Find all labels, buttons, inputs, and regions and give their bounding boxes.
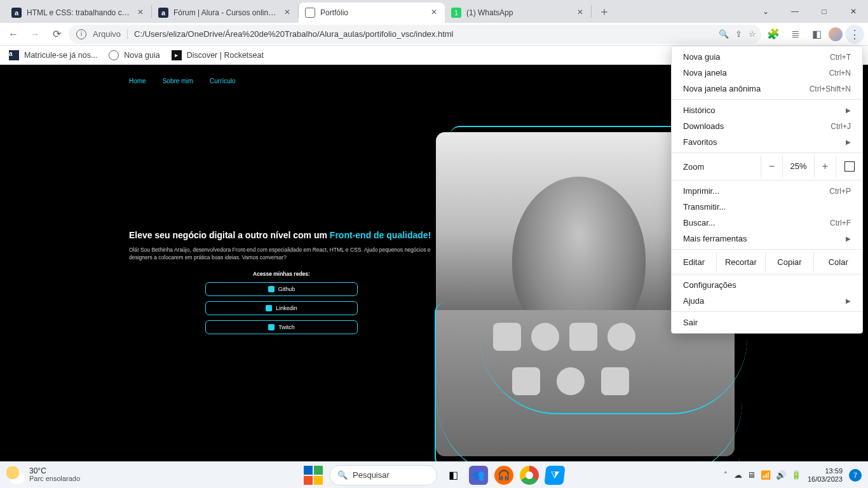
alura-icon: a (11, 8, 22, 18)
bookmark-label: Nova guia (124, 51, 159, 60)
hero-prefix: Eleve seu negócio digital a outro nível … (129, 230, 330, 240)
menu-find[interactable]: Buscar...Ctrl+F (672, 215, 862, 231)
chrome-menu-button[interactable]: ⋮ (845, 25, 864, 44)
notification-badge[interactable]: 7 (849, 469, 862, 482)
menu-cut[interactable]: Recortar (716, 252, 765, 271)
menu-label: Sair (683, 318, 698, 327)
github-icon (268, 286, 275, 292)
link-linkedin[interactable]: Linkedin (205, 301, 358, 315)
battery-icon[interactable]: 🖥 (747, 470, 756, 480)
taskbar-search[interactable]: 🔍 Pesquisar (329, 465, 437, 485)
tab-3-active[interactable]: Portfólio ✕ (299, 3, 445, 23)
bookmark-rocketseat[interactable]: ▸ Discover | Rocketseat (172, 50, 264, 60)
zoom-in-button[interactable]: + (814, 156, 836, 177)
menu-help[interactable]: Ajuda▶ (672, 293, 862, 309)
wifi-icon[interactable]: 📶 (761, 470, 771, 480)
new-tab-button[interactable]: ＋ (595, 3, 613, 20)
task-view-icon[interactable]: ◧ (444, 466, 463, 485)
menu-label: Favoritos (683, 137, 717, 147)
chevron-down-icon[interactable]: ⌄ (751, 0, 780, 23)
search-placeholder: Pesquisar (353, 470, 390, 480)
bookmark-star-icon[interactable]: ☆ (749, 29, 756, 39)
bookmark-nova-guia[interactable]: Nova guia (109, 50, 159, 60)
taskbar-clock[interactable]: 13:59 16/03/2023 (808, 467, 843, 482)
onedrive-icon[interactable]: ☁ (734, 470, 742, 480)
bookmark-matricule[interactable]: a Matricule-se já nos... (9, 50, 97, 60)
tab-2[interactable]: a Fórum | Alura - Cursos online de ✕ (152, 3, 298, 23)
twitch-icon (268, 324, 275, 330)
close-window-button[interactable]: ✕ (839, 0, 868, 23)
link-label: Twitch (278, 324, 295, 330)
close-icon[interactable]: ✕ (283, 8, 292, 17)
teams-icon[interactable]: 👥 (469, 466, 488, 485)
tray-chevron-icon[interactable]: ˄ (724, 471, 728, 479)
profile-avatar[interactable] (829, 27, 843, 41)
nav-cv[interactable]: Currículo (210, 78, 236, 85)
link-twitch[interactable]: Twitch (205, 320, 358, 334)
forward-button[interactable]: → (25, 25, 44, 44)
menu-label: Editar (672, 252, 716, 271)
reading-list-icon[interactable]: ≣ (785, 25, 804, 44)
menu-new-tab[interactable]: Nova guiaCtrl+T (672, 49, 862, 65)
nav-home[interactable]: Home (129, 78, 146, 85)
vscode-icon[interactable]: ⧩ (544, 466, 565, 485)
hero-title: Eleve seu negócio digital a outro nível … (129, 230, 434, 240)
menu-label: Downloads (683, 121, 724, 131)
rocketseat-icon: ▸ (172, 50, 182, 60)
tab-4[interactable]: 1 (1) WhatsApp ✕ (445, 3, 591, 23)
fullscreen-button[interactable] (836, 156, 862, 177)
menu-more-tools[interactable]: Mais ferramentas▶ (672, 231, 862, 247)
power-icon[interactable]: 🔋 (791, 470, 801, 480)
side-panel-icon[interactable]: ◧ (807, 25, 826, 44)
toolbar: ← → ⟳ i Arquivo C:/Users/eliza/OneDrive/… (0, 23, 868, 46)
fullscreen-icon (844, 161, 855, 172)
zoom-out-button[interactable]: − (761, 156, 782, 177)
menu-history[interactable]: Histórico▶ (672, 102, 862, 118)
share-icon[interactable]: ⇪ (735, 29, 742, 39)
close-icon[interactable]: ✕ (576, 8, 585, 17)
url-text: C:/Users/eliza/OneDrive/Área%20de%20Trab… (134, 29, 453, 39)
back-button[interactable]: ← (4, 25, 23, 44)
url-scheme-label: Arquivo (93, 29, 121, 39)
menu-new-window[interactable]: Nova janelaCtrl+N (672, 65, 862, 81)
menu-exit[interactable]: Sair (672, 315, 862, 330)
close-icon[interactable]: ✕ (136, 8, 145, 17)
start-button[interactable] (304, 466, 323, 485)
tab-1[interactable]: a HTML e CSS: trabalhando com re ✕ (5, 3, 151, 23)
taskbar-weather[interactable]: 30°C Parc ensolarado (6, 466, 80, 484)
close-icon[interactable]: ✕ (430, 8, 438, 17)
chevron-right-icon: ▶ (846, 297, 851, 304)
menu-divider (672, 180, 862, 180)
linkedin-icon (266, 305, 272, 311)
menu-label: Configurações (683, 280, 736, 290)
zoom-icon[interactable]: 🔍 (719, 29, 729, 39)
menu-settings[interactable]: Configurações (672, 277, 862, 293)
links-heading: Acesse minhas redes: (129, 271, 434, 277)
menu-downloads[interactable]: DownloadsCtrl+J (672, 118, 862, 134)
menu-divider (672, 249, 862, 250)
menu-incognito[interactable]: Nova janela anônimaCtrl+Shift+N (672, 81, 862, 97)
menu-paste[interactable]: Colar (813, 252, 862, 271)
maximize-button[interactable]: □ (810, 0, 839, 23)
link-github[interactable]: Github (205, 282, 358, 296)
menu-favorites[interactable]: Favoritos▶ (672, 134, 862, 150)
headphones-icon[interactable]: 🎧 (494, 466, 513, 485)
menu-print[interactable]: Imprimir...Ctrl+P (672, 183, 862, 199)
address-bar[interactable]: i Arquivo C:/Users/eliza/OneDrive/Área%2… (69, 25, 761, 44)
chrome-taskbar-icon[interactable] (520, 466, 539, 485)
chevron-right-icon: ▶ (846, 107, 851, 114)
menu-copy[interactable]: Copiar (765, 252, 814, 271)
reload-button[interactable]: ⟳ (47, 25, 66, 44)
tab-title: Portfólio (320, 8, 424, 17)
globe-icon (305, 8, 315, 18)
volume-icon[interactable]: 🔊 (776, 470, 786, 480)
minimize-button[interactable]: — (780, 0, 810, 23)
menu-divider (672, 274, 862, 274)
menu-label: Imprimir... (683, 186, 719, 196)
menu-cast[interactable]: Transmitir... (672, 199, 862, 215)
nav-about[interactable]: Sobre mim (163, 78, 193, 85)
site-info-icon[interactable]: i (76, 29, 86, 39)
chrome-window: a HTML e CSS: trabalhando com re ✕ a Fór… (0, 0, 868, 461)
extensions-icon[interactable]: 🧩 (764, 25, 783, 44)
menu-divider (672, 311, 862, 312)
